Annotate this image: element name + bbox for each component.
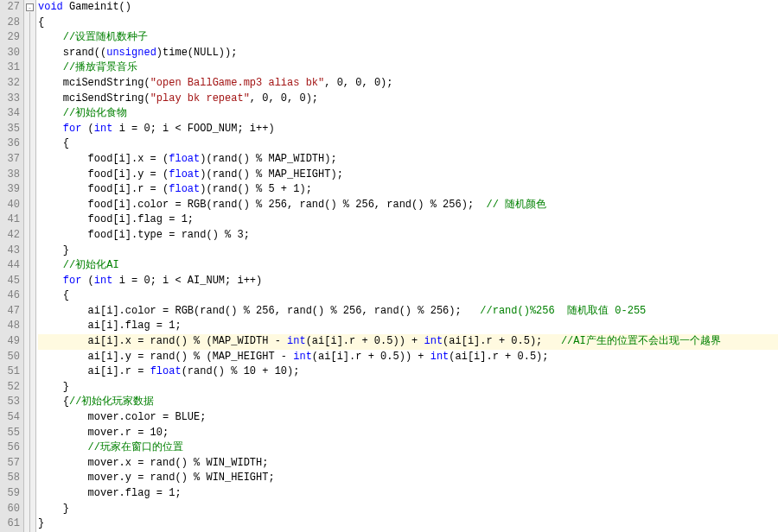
code-line[interactable]: //初始化食物: [38, 106, 778, 122]
keyword-token: int: [287, 335, 306, 347]
code-token: (ai[i].r + 0.5);: [443, 335, 561, 347]
code-line[interactable]: mover.x = rand() % WIN_WIDTH;: [38, 456, 778, 472]
line-number: 39: [0, 182, 23, 198]
code-line[interactable]: ai[i].x = rand() % (MAP_WIDTH - int(ai[i…: [38, 334, 778, 350]
code-token: [38, 107, 63, 119]
code-token: (ai[i].r + 0.5);: [449, 351, 548, 363]
line-number: 51: [0, 364, 23, 380]
code-token: food[i].x = (: [38, 153, 169, 165]
code-line[interactable]: //初始化AI: [38, 258, 778, 274]
code-token: ai[i].y = rand() % (MAP_HEIGHT -: [38, 351, 293, 363]
code-line[interactable]: mover.color = BLUE;: [38, 410, 778, 426]
code-line[interactable]: food[i].type = rand() % 3;: [38, 228, 778, 244]
code-token: mciSendString(: [38, 77, 150, 89]
code-token: (: [81, 275, 93, 287]
code-token: food[i].flag = 1;: [38, 213, 194, 225]
code-token: ai[i].r =: [38, 365, 150, 377]
fold-toggle-icon[interactable]: -: [26, 3, 34, 11]
code-line[interactable]: for (int i = 0; i < AI_NUM; i++): [38, 274, 778, 289]
line-number: 60: [0, 502, 23, 517]
code-line[interactable]: }: [38, 380, 778, 396]
keyword-token: float: [169, 153, 200, 165]
keyword-token: int: [430, 351, 450, 363]
code-line[interactable]: {: [38, 16, 778, 31]
code-token: [38, 31, 63, 43]
line-number: 48: [0, 319, 23, 334]
comment-token: //AI产生的位置不会出现一个越界: [561, 335, 721, 347]
keyword-token: float: [169, 183, 200, 195]
code-line[interactable]: }: [38, 516, 778, 532]
line-number: 32: [0, 76, 23, 92]
code-token: , 0, 0, 0);: [250, 92, 318, 104]
keyword-token: float: [150, 365, 182, 377]
code-line[interactable]: }: [38, 244, 778, 259]
line-number: 40: [0, 198, 23, 213]
code-line[interactable]: //玩家在窗口的位置: [38, 440, 778, 456]
line-number: 54: [0, 410, 23, 426]
code-line[interactable]: food[i].flag = 1;: [38, 212, 778, 228]
code-line[interactable]: {//初始化玩家数据: [38, 395, 778, 410]
code-token: Gameinit(): [63, 1, 131, 13]
keyword-token: float: [169, 168, 200, 180]
code-line[interactable]: mover.r = 10;: [38, 426, 778, 441]
code-line[interactable]: {: [38, 288, 778, 304]
code-token: [38, 123, 63, 135]
code-line[interactable]: //设置随机数种子: [38, 30, 778, 46]
code-token: srand((: [38, 47, 106, 59]
keyword-token: unsigned: [106, 47, 156, 59]
keyword-token: int: [293, 351, 312, 363]
line-number: 59: [0, 486, 23, 502]
keyword-token: for: [63, 275, 82, 287]
line-number: 42: [0, 228, 23, 244]
code-line[interactable]: mover.y = rand() % WIN_HEIGHT;: [38, 471, 778, 486]
fold-guideline: [29, 12, 30, 532]
comment-token: //玩家在窗口的位置: [88, 441, 183, 453]
code-token: mciSendString(: [38, 92, 150, 104]
code-token: [38, 275, 63, 287]
code-line[interactable]: food[i].r = (float)(rand() % 5 + 1);: [38, 182, 778, 198]
code-token: food[i].y = (: [38, 168, 169, 180]
code-line[interactable]: }: [38, 502, 778, 517]
code-line[interactable]: ai[i].flag = 1;: [38, 319, 778, 334]
code-line[interactable]: for (int i = 0; i < FOOD_NUM; i++): [38, 122, 778, 137]
line-number: 29: [0, 30, 23, 46]
comment-token: //初始化AI: [63, 259, 119, 271]
line-number: 44: [0, 258, 23, 274]
line-number: 56: [0, 440, 23, 456]
line-number: 46: [0, 288, 23, 304]
code-line[interactable]: mover.flag = 1;: [38, 486, 778, 502]
code-token: (: [81, 123, 93, 135]
code-line[interactable]: mciSendString("play bk repeat", 0, 0, 0)…: [38, 92, 778, 107]
code-token: food[i].r = (: [38, 183, 169, 195]
code-token: mover.x = rand() % WIN_WIDTH;: [38, 457, 268, 469]
code-line[interactable]: //播放背景音乐: [38, 60, 778, 76]
code-line[interactable]: srand((unsigned)time(NULL));: [38, 46, 778, 61]
code-line[interactable]: mciSendString("open BallGame.mp3 alias b…: [38, 76, 778, 92]
code-token: (ai[i].r + 0.5)) +: [306, 335, 424, 347]
string-token: "open BallGame.mp3 alias bk": [150, 77, 325, 89]
code-token: }: [38, 503, 69, 515]
code-editor-body[interactable]: void Gameinit(){ //设置随机数种子 srand((unsign…: [36, 0, 778, 532]
code-line[interactable]: ai[i].y = rand() % (MAP_HEIGHT - int(ai[…: [38, 350, 778, 365]
line-number: 43: [0, 244, 23, 259]
code-line[interactable]: {: [38, 136, 778, 152]
code-line[interactable]: ai[i].r = float(rand() % 10 + 10);: [38, 364, 778, 380]
code-line[interactable]: ai[i].color = RGB(rand() % 256, rand() %…: [38, 304, 778, 320]
comment-token: //rand()%256 随机取值 0-255: [480, 305, 646, 317]
code-line[interactable]: food[i].y = (float)(rand() % MAP_HEIGHT)…: [38, 168, 778, 183]
line-number: 35: [0, 122, 23, 137]
code-token: mover.flag = 1;: [38, 487, 182, 499]
line-number: 55: [0, 426, 23, 441]
code-line[interactable]: food[i].color = RGB(rand() % 256, rand()…: [38, 198, 778, 213]
comment-token: //设置随机数种子: [63, 31, 148, 43]
code-token: food[i].type = rand() % 3;: [38, 229, 250, 241]
line-number: 41: [0, 212, 23, 228]
code-token: )(rand() % MAP_WIDTH);: [200, 153, 336, 165]
line-number: 38: [0, 168, 23, 183]
code-line[interactable]: food[i].x = (float)(rand() % MAP_WIDTH);: [38, 152, 778, 168]
code-token: )(rand() % MAP_HEIGHT);: [200, 168, 343, 180]
code-line[interactable]: void Gameinit(): [38, 0, 778, 16]
line-number: 53: [0, 395, 23, 410]
code-token: {: [38, 137, 69, 149]
fold-column: -: [24, 0, 36, 532]
